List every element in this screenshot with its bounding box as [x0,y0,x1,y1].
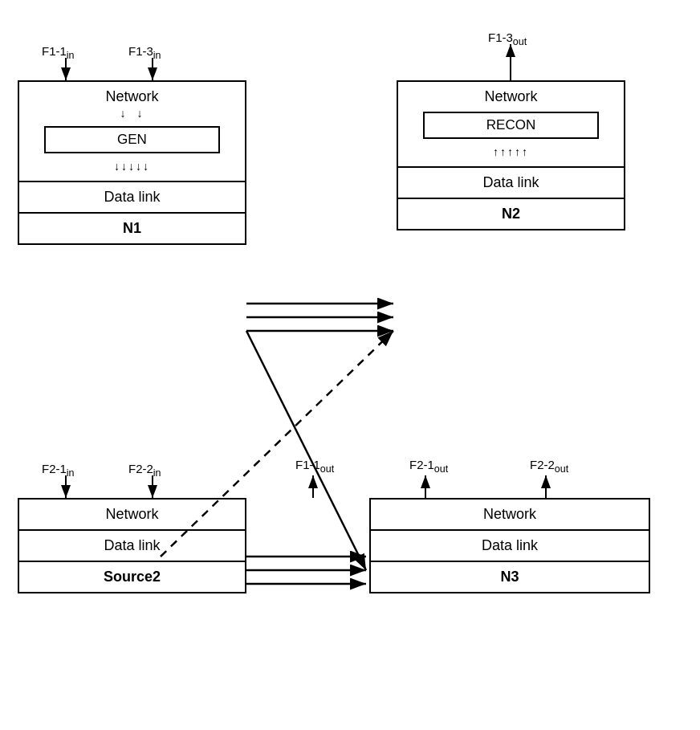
node-n3: Network Data link N3 [369,498,650,593]
n2-network-label: Network [484,88,537,104]
label-f2-2out: F2-2out [530,458,568,475]
sub-in3: in [67,467,75,479]
sub-in4: in [153,467,161,479]
n1-gen-box: GEN [44,126,219,153]
n2-recon-box: RECON [423,112,598,139]
n3-datalink-section: Data link [371,531,649,562]
sub-out1: out [513,36,527,47]
sub-in1: in [67,50,75,61]
n1-datalink-section: Data link [19,182,245,214]
diagram: Network ↓ ↓ GEN ↓↓↓↓↓ Data link N1 Netwo… [0,0,700,730]
label-f1-1in: F1-1in [42,44,75,61]
sub-out4: out [555,463,568,475]
n1-arrows-down: ↓ ↓ [22,105,242,121]
label-f2-1in: F2-1in [42,462,75,479]
n1-network-section: Network ↓ ↓ GEN ↓↓↓↓↓ [19,82,245,182]
n2-datalink-section: Data link [398,168,624,199]
sub-out2: out [320,463,334,475]
sub-in2: in [153,50,161,61]
n2-network-section: Network RECON ↑↑↑↑↑ [398,82,624,168]
label-f1-3out: F1-3out [488,31,527,47]
label-f2-1out: F2-1out [409,458,448,475]
node-n2: Network RECON ↑↑↑↑↑ Data link N2 [397,80,625,230]
n2-label-section: N2 [398,199,624,229]
label-f1-3in: F1-3in [128,44,161,61]
n3-label-section: N3 [371,562,649,592]
sub-out3: out [434,463,448,475]
n1-network-label: Network [105,88,158,104]
label-f2-2in: F2-2in [128,462,161,479]
n3-network-section: Network [371,500,649,531]
node-n1: Network ↓ ↓ GEN ↓↓↓↓↓ Data link N1 [18,80,246,245]
n1-label-section: N1 [19,214,245,243]
node-source2: Network Data link Source2 [18,498,246,593]
svg-line-16 [246,331,366,570]
n2-arrows-up: ↑↑↑↑↑ [401,144,621,160]
label-f1-1out: F1-1out [295,458,334,475]
source2-network-section: Network [19,500,245,531]
source2-label-section: Source2 [19,562,245,592]
source2-datalink-section: Data link [19,531,245,562]
n1-arrows-down2: ↓↓↓↓↓ [22,158,242,174]
